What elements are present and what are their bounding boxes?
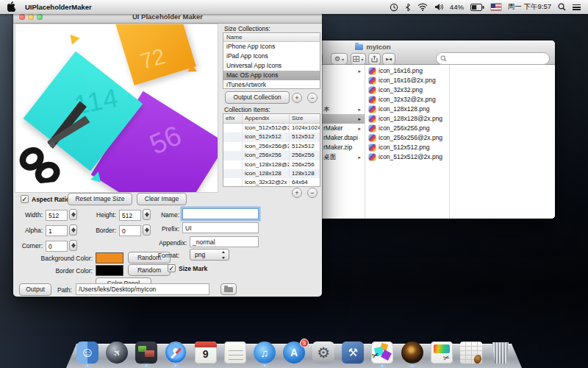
arrange-button[interactable]: ▾	[351, 53, 366, 65]
file-name: icon_16x16@2x.png	[379, 76, 436, 85]
dock-item-app-store[interactable]: A3	[280, 337, 308, 368]
remove-collection-button[interactable]: −	[307, 93, 318, 103]
dock-item-system-preferences[interactable]: ⚙	[309, 337, 337, 368]
time-machine-icon[interactable]	[390, 3, 398, 12]
finder-file-row[interactable]: icon_512x512@2x.png	[366, 152, 449, 162]
size-collections-header[interactable]: Name	[223, 33, 320, 42]
finder-file-row[interactable]: icon_256x256.png	[366, 124, 449, 133]
alpha-field[interactable]: 1	[46, 225, 68, 236]
bluetooth-icon[interactable]	[405, 3, 411, 12]
finder-icon: ☺	[76, 342, 98, 364]
cell	[223, 169, 243, 178]
dock-item-image-clip[interactable]: ✂	[428, 337, 456, 368]
notification-center-icon[interactable]	[573, 4, 581, 10]
corner-stepper[interactable]	[69, 240, 77, 251]
size-collection-row[interactable]: Universal App Icons	[223, 61, 320, 71]
path-field[interactable]: /Users/leks/Desktop/myIcon	[76, 283, 209, 295]
finder-file-row[interactable]: icon_128x128.png	[366, 105, 449, 114]
dock-item-itunes[interactable]: ♫	[251, 337, 279, 368]
width-stepper[interactable]	[69, 209, 77, 220]
png-file-icon	[369, 135, 376, 141]
xcode-icon: ⚒	[342, 342, 364, 364]
search-input[interactable]	[436, 52, 550, 65]
spotlight-icon[interactable]	[558, 3, 566, 11]
collection-item-row[interactable]: icon_32x32@2x64x64	[223, 178, 320, 187]
battery-icon[interactable]	[470, 4, 484, 11]
menubar-clock[interactable]: 周一 下午9:57	[508, 2, 551, 12]
collection-item-row[interactable]: icon_128x128@2x256x256	[223, 160, 320, 169]
add-collection-button[interactable]: +	[292, 93, 302, 103]
wifi-icon[interactable]	[417, 3, 428, 11]
border-random-button[interactable]: Random	[128, 264, 171, 276]
column-header[interactable]: Size	[290, 114, 320, 123]
apple-menu-icon[interactable]	[7, 1, 16, 13]
name-field[interactable]	[182, 208, 259, 219]
size-collection-row[interactable]: iTunesArtwork	[223, 80, 320, 89]
corner-label: Corner:	[16, 242, 43, 250]
finder-file-row[interactable]: icon_32x32@2x.png	[366, 95, 449, 105]
alpha-stepper[interactable]	[69, 224, 77, 236]
input-language-flag-icon[interactable]	[491, 4, 501, 10]
finder-file-row[interactable]: icon_32x32.png	[366, 85, 449, 95]
search-icon	[440, 55, 447, 62]
dock-item-trash[interactable]	[487, 337, 514, 368]
size-collection-row[interactable]: iPhone App Icons	[223, 42, 320, 52]
dock-item-ui-placeholder-maker[interactable]: ✂	[368, 337, 396, 368]
border-color-label: Border Color:	[16, 267, 93, 275]
item-label: rMaker	[323, 124, 343, 133]
column-header[interactable]: efix	[223, 114, 243, 123]
collection-item-row[interactable]: icon_256x256256x256	[223, 151, 320, 160]
aspect-ratio-checkbox[interactable]: ✓	[21, 195, 29, 203]
action-gear-button[interactable]: ⚙▾	[331, 53, 348, 65]
dock-item-dark-sphere[interactable]	[398, 337, 426, 368]
menubar-app-name[interactable]: UIPlaceholderMaker	[25, 3, 92, 11]
collection-item-row[interactable]: icon_512x512512x512	[223, 132, 320, 141]
volume-icon[interactable]	[434, 3, 443, 11]
prefix-field[interactable]: UI	[182, 222, 259, 233]
dock-item-reminders[interactable]	[221, 337, 249, 368]
border-color-swatch[interactable]	[96, 265, 123, 276]
size-mark-checkbox[interactable]: ✓	[168, 264, 176, 272]
alpha-label: Alpha:	[16, 227, 43, 234]
running-indicator	[86, 364, 89, 367]
choose-folder-button[interactable]	[220, 283, 237, 295]
reset-image-size-button[interactable]: Reset Image Size	[68, 193, 132, 205]
size-collections-label: Size Collections:	[224, 25, 270, 32]
output-collection-button[interactable]: Output Collection	[225, 91, 290, 104]
share-icon	[371, 55, 378, 63]
size-collection-row[interactable]: Mac OS App Icons	[223, 71, 320, 80]
add-item-button[interactable]: +	[292, 188, 302, 198]
width-field[interactable]: 512	[46, 210, 68, 221]
corner-field[interactable]: 0	[46, 241, 68, 252]
collection-item-row[interactable]: icon_128x128128x128	[223, 169, 320, 178]
cell: icon_256x256	[243, 151, 290, 160]
dock-item-safari[interactable]	[162, 337, 190, 368]
collection-item-row[interactable]: icon_512x512@2x1024x1024	[223, 124, 320, 132]
finder-file-row[interactable]: icon_128x128@2x.png	[366, 114, 449, 124]
background-color-swatch[interactable]	[96, 252, 123, 263]
cell: 512x512	[290, 132, 320, 141]
battery-percent: 44%	[450, 3, 464, 11]
collapse-arrows-button[interactable]: ▶◀	[382, 53, 395, 65]
column-header[interactable]: Appendix	[243, 114, 290, 123]
output-button[interactable]: Output	[19, 283, 51, 296]
finder-file-row[interactable]: icon_16x16.png	[366, 66, 449, 76]
dock-item-calendar[interactable]: 9	[192, 337, 220, 368]
format-popup[interactable]: png	[190, 249, 229, 261]
share-button[interactable]	[368, 53, 381, 65]
dock-item-xcode[interactable]: ⚒	[339, 337, 367, 368]
finder-file-row[interactable]: icon_512x512.png	[366, 143, 449, 152]
clear-image-button[interactable]: Clear Image	[137, 193, 187, 205]
size-collection-row[interactable]: iPad App Icons	[223, 52, 320, 61]
dock-item-screens[interactable]	[132, 337, 160, 368]
collection-item-row[interactable]: icon_256x256@2x512x512	[223, 142, 320, 151]
running-indicator	[381, 364, 384, 367]
appendix-field[interactable]: _normal	[190, 236, 259, 247]
dock-item-grab-bean[interactable]	[457, 337, 485, 368]
finder-file-row[interactable]: icon_256x256@2x.png	[366, 133, 449, 143]
dock-item-finder[interactable]: ☺	[74, 337, 101, 368]
remove-item-button[interactable]: −	[307, 188, 318, 198]
image-preview[interactable]: 72 114 56	[15, 24, 218, 193]
dock-item-launchpad[interactable]: ✈	[103, 337, 131, 368]
finder-file-row[interactable]: icon_16x16@2x.png	[366, 76, 449, 85]
